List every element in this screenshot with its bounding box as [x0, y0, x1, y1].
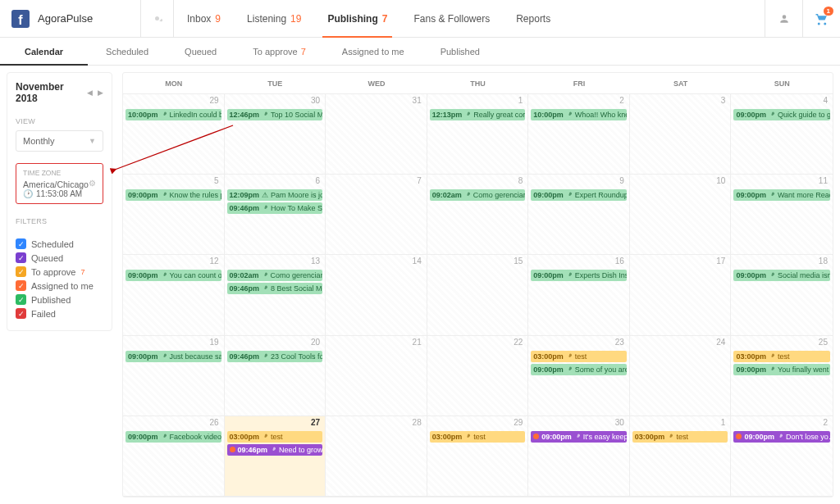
calendar-event[interactable]: 09:46pm 23 Cool Tools for…	[227, 351, 323, 362]
event-title: Some of you are …	[575, 366, 627, 374]
calendar-cell[interactable]: 909:00pm Expert Roundup:…	[528, 175, 630, 255]
calendar-event[interactable]: 09:00pm Quick guide to g…	[733, 109, 830, 120]
link-icon	[464, 111, 471, 118]
calendar-cell[interactable]: 3	[630, 94, 732, 175]
tab-reports[interactable]: Reports	[503, 0, 564, 37]
calendar-cell[interactable]: 10	[630, 175, 732, 255]
tab-publishing[interactable]: Publishing7	[314, 0, 400, 37]
subtab-published[interactable]: Published	[422, 38, 498, 65]
user-button[interactable]	[765, 0, 802, 38]
calendar-cell[interactable]: 103:00pm test	[630, 416, 732, 497]
tab-inbox[interactable]: Inbox9	[174, 0, 234, 37]
calendar-cell[interactable]: 2303:00pm test09:00pm Some of you are …	[528, 336, 630, 416]
calendar-cell[interactable]: 2609:00pm Facebook video …	[123, 416, 225, 497]
calendar-event[interactable]: 12:13pm Really great com…	[430, 109, 526, 120]
link-icon	[777, 434, 783, 440]
day-number: 1	[721, 418, 726, 427]
filter-to-approve[interactable]: ✓To approve7	[16, 266, 103, 277]
next-month-button[interactable]: ▶	[98, 89, 103, 97]
filter-assigned-to-me[interactable]: ✓Assigned to me	[16, 280, 103, 291]
calendar-cell[interactable]: 2910:00pm LinkedIn could b…	[123, 94, 225, 175]
calendar-event[interactable]: 10:00pm Whoa!! Who kne…	[531, 109, 627, 120]
calendar-cell[interactable]: 28	[326, 416, 427, 497]
calendar-event[interactable]: 12:46pm Top 10 Social Me…	[227, 109, 323, 120]
calendar-cell[interactable]: 1909:00pm Just because sal…	[123, 336, 225, 416]
calendar-cell[interactable]: 22	[427, 336, 529, 416]
event-time: 09:46pm	[238, 446, 268, 454]
calendar-cell[interactable]: 30 09:00pm It's easy keep…	[528, 416, 630, 497]
calendar-cell[interactable]: 14	[326, 255, 427, 335]
calendar-cell[interactable]: 24	[630, 336, 732, 416]
calendar-cell[interactable]: 31	[326, 94, 427, 175]
calendar-event[interactable]: 09:00pm Want more Reac…	[733, 189, 830, 201]
event-time: 10:00pm	[533, 111, 564, 119]
calendar-event[interactable]: 03:00pm test	[430, 431, 526, 443]
calendar-event[interactable]: 03:00pm test	[531, 351, 627, 362]
calendar-event[interactable]: 09:00pm Expert Roundup:…	[531, 189, 627, 201]
calendar-cell[interactable]: 2703:00pm test 09:46pm Need to grow…	[225, 416, 326, 497]
calendar-event[interactable]: 09:00pm You can count o…	[126, 270, 221, 281]
calendar-event[interactable]: 09:00pm Experts Dish Inst…	[531, 270, 627, 281]
calendar-event[interactable]: 09:00pm Some of you are …	[531, 364, 627, 375]
calendar-event[interactable]: 03:00pm test	[733, 351, 830, 362]
calendar-event[interactable]: 10:00pm LinkedIn could b…	[126, 109, 221, 120]
calendar-event[interactable]: 09:00pm Social media isn'…	[733, 270, 830, 281]
calendar-event[interactable]: 09:00pm Know the rules p…	[126, 189, 221, 201]
subtab-assigned[interactable]: Assigned to me	[324, 38, 422, 65]
calendar-cell[interactable]: 17	[630, 255, 732, 335]
calendar-cell[interactable]: 809:02am Como gerenciar …	[427, 175, 529, 255]
calendar-cell[interactable]: 612:09pm ⚠ Pam Moore is joi…09:46pm How …	[225, 175, 326, 255]
calendar-cell[interactable]: 3012:46pm Top 10 Social Me…	[225, 94, 326, 175]
calendar-cell[interactable]: 1609:00pm Experts Dish Inst…	[528, 255, 630, 335]
event-title: test	[778, 352, 790, 361]
link-icon	[161, 353, 167, 360]
calendar-event[interactable]: 09:02am Como gerenciar …	[430, 189, 526, 201]
day-number: 6	[316, 176, 321, 185]
filter-published[interactable]: ✓Published	[16, 294, 103, 305]
calendar-cell[interactable]: 409:00pm Quick guide to g…	[731, 94, 833, 175]
filter-scheduled[interactable]: ✓Scheduled	[16, 238, 103, 249]
calendar-event[interactable]: 09:00pm Just because sal…	[126, 351, 221, 362]
calendar-event[interactable]: 03:00pm test	[227, 431, 323, 443]
calendar-event[interactable]: 03:00pm test	[632, 431, 728, 443]
calendar-event[interactable]: 09:00pm Don't lose yo…	[733, 431, 830, 443]
subtab-scheduled[interactable]: Scheduled	[88, 38, 167, 65]
subtab-calendar[interactable]: Calendar	[0, 38, 88, 65]
event-time: 03:00pm	[230, 433, 260, 441]
calendar-event[interactable]: 09:46pm How To Make So…	[227, 202, 323, 214]
calendar-event[interactable]: 09:00pm It's easy keep…	[531, 431, 627, 443]
calendar-cell[interactable]: 1209:00pm You can count o…	[123, 255, 225, 335]
calendar-cell[interactable]: 1309:02am Como gerenciar …09:46pm 8 Best…	[225, 255, 326, 335]
cart-button[interactable]: 1	[802, 0, 840, 38]
calendar-cell[interactable]: 112:13pm Really great com…	[427, 94, 529, 175]
calendar-cell[interactable]: 1109:00pm Want more Reac…	[731, 175, 833, 255]
tab-fans[interactable]: Fans & Followers	[400, 0, 503, 37]
calendar-cell[interactable]: 2503:00pm test09:00pm You finally went …	[731, 336, 833, 416]
calendar-event[interactable]: 09:46pm 8 Best Social Me…	[227, 283, 323, 294]
subtab-to-approve[interactable]: To approve7	[235, 38, 324, 65]
filter-failed[interactable]: ✓Failed	[16, 308, 103, 319]
calendar-event[interactable]: 09:46pm Need to grow…	[227, 444, 323, 456]
timezone-settings-button[interactable]: ⚙	[89, 179, 96, 188]
calendar-event[interactable]: 09:00pm Facebook video …	[126, 431, 221, 443]
calendar-cell[interactable]: 15	[427, 255, 529, 335]
day-number: 2	[619, 96, 624, 105]
calendar-cell[interactable]: 7	[326, 175, 427, 255]
checkbox-icon: ✓	[16, 238, 26, 249]
calendar-cell[interactable]: 2 09:00pm Don't lose yo…	[731, 416, 833, 497]
calendar-cell[interactable]: 210:00pm Whoa!! Who kne…	[528, 94, 630, 175]
calendar-event[interactable]: 12:09pm ⚠ Pam Moore is joi…	[227, 189, 323, 201]
tab-listening[interactable]: Listening19	[234, 0, 314, 37]
calendar-cell[interactable]: 509:00pm Know the rules p…	[123, 175, 225, 255]
calendar-cell[interactable]: 21	[326, 336, 427, 416]
calendar-cell[interactable]: 2903:00pm test	[427, 416, 529, 497]
view-select[interactable]: Monthly ▼	[16, 130, 103, 152]
calendar-event[interactable]: 09:02am Como gerenciar …	[227, 270, 323, 281]
settings-button[interactable]	[141, 0, 174, 37]
calendar-event[interactable]: 09:00pm You finally went …	[733, 364, 830, 375]
calendar-cell[interactable]: 2009:46pm 23 Cool Tools for…	[225, 336, 326, 416]
subtab-queued[interactable]: Queued	[167, 38, 235, 65]
filter-queued[interactable]: ✓Queued	[16, 252, 103, 263]
prev-month-button[interactable]: ◀	[87, 89, 93, 97]
calendar-cell[interactable]: 1809:00pm Social media isn'…	[731, 255, 833, 335]
